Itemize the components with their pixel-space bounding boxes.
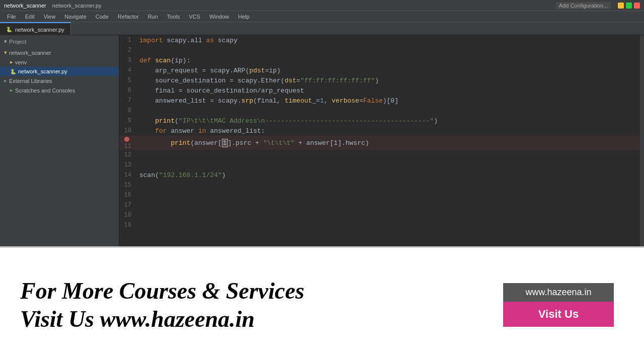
menu-view[interactable]: View [40, 13, 60, 21]
sidebar-item-py-file[interactable]: 🐍 network_scanner.py [0, 67, 119, 76]
line-number: 2 [119, 45, 137, 55]
line-content [137, 45, 644, 55]
ad-visit-button[interactable]: Visit Us [503, 302, 614, 327]
menu-file[interactable]: File [3, 13, 20, 21]
minimize-button[interactable] [618, 3, 624, 9]
line-content: print("IP\t\t\tMAC Address\n------------… [137, 116, 644, 126]
table-row: 8 [119, 106, 644, 116]
line-number: 10 [119, 126, 137, 136]
line-content [137, 210, 644, 220]
line-number: 14 [119, 170, 137, 180]
table-row: 5 source_destination = scapy.Ether(dst="… [119, 75, 644, 85]
line-content [137, 200, 644, 210]
line-content [137, 150, 644, 160]
ad-url-bar: www.hazeena.in [503, 283, 614, 302]
ad-button-container: www.hazeena.in Visit Us [503, 283, 614, 327]
sidebar-project-header[interactable]: ▾ Project [0, 35, 119, 48]
line-content: source_destination = scapy.Ether(dst="ff… [137, 75, 644, 85]
table-row: 16 [119, 190, 644, 200]
table-row: 18 [119, 210, 644, 220]
scrollbar[interactable] [640, 35, 644, 246]
menu-help[interactable]: Help [234, 13, 254, 21]
line-content [137, 220, 644, 230]
table-row: 15 [119, 180, 644, 190]
table-row: 9 print("IP\t\t\tMAC Address\n----------… [119, 116, 644, 126]
maximize-button[interactable] [626, 3, 632, 9]
file-tab-label: network_scanner.py [15, 27, 64, 33]
line-number: 13 [119, 160, 137, 170]
line-content: arp_request = scapy.ARP(pdst=ip) [137, 65, 644, 75]
line-number: 7 [119, 96, 137, 106]
menu-refactor[interactable]: Refactor [114, 13, 143, 21]
close-button[interactable] [634, 3, 640, 9]
menu-navigate[interactable]: Navigate [60, 13, 90, 21]
line-content [137, 106, 644, 116]
code-editor[interactable]: 1 import scapy.all as scapy 2 3 def scan… [119, 35, 644, 246]
main-layout: ▾ Project ▾ network_scanner ▸ venv 🐍 net… [0, 35, 644, 246]
table-row: 11 print(answer[1].psrc + "\t\t\t" + ans… [119, 136, 644, 150]
file-title-tab: network_scanner.py [52, 3, 102, 9]
table-row: 4 arp_request = scapy.ARP(pdst=ip) [119, 65, 644, 75]
breakpoint-marker [124, 137, 129, 142]
line-content [137, 160, 644, 170]
line-number: 3 [119, 55, 137, 65]
line-number: 6 [119, 85, 137, 96]
line-number: 8 [119, 106, 137, 116]
ad-banner: For More Courses & Services Visit Us www… [0, 246, 644, 362]
sidebar-item-label: network_scanner [9, 50, 51, 56]
python-file-icon: 🐍 [6, 27, 12, 32]
chevron-down-icon: ▾ [4, 38, 7, 45]
line-content: final = source_destination/arp_request [137, 85, 644, 96]
file-tab-active[interactable]: 🐍 network_scanner.py [0, 22, 71, 35]
table-row: 12 [119, 150, 644, 160]
line-content: scan("192.168.1.1/24") [137, 170, 644, 180]
line-content: for answer in answered_list: [137, 126, 644, 136]
ad-text: For More Courses & Services Visit Us www… [20, 277, 304, 332]
line-content: def scan(ip): [137, 55, 644, 65]
table-row: 2 [119, 45, 644, 55]
line-number: 17 [119, 200, 137, 210]
ad-line2: Visit Us www.hazeena.in [20, 305, 304, 333]
sidebar-item-venv[interactable]: ▸ venv [0, 57, 119, 67]
line-content [137, 180, 644, 190]
line-number: 19 [119, 220, 137, 230]
file-tab-bar: 🐍 network_scanner.py [0, 22, 644, 35]
sidebar-item-label: network_scanner.py [18, 68, 67, 74]
sidebar-item-network-scanner[interactable]: ▾ network_scanner [0, 48, 119, 57]
app-title: network_scanner [4, 3, 46, 9]
code-table: 1 import scapy.all as scapy 2 3 def scan… [119, 35, 644, 230]
line-number: 15 [119, 180, 137, 190]
line-number: 5 [119, 75, 137, 85]
sidebar-item-external-libraries[interactable]: ▸ External Libraries [0, 76, 119, 85]
menu-run[interactable]: Run [144, 13, 162, 21]
menu-tools[interactable]: Tools [163, 13, 184, 21]
sidebar-item-scratches[interactable]: ▸ Scratches and Consoles [0, 85, 119, 95]
line-content [137, 190, 644, 200]
sidebar-item-label: venv [15, 59, 27, 65]
menu-bar: File Edit View Navigate Code Refactor Ru… [0, 11, 644, 22]
library-icon: ▸ [4, 77, 7, 84]
table-row: 13 [119, 160, 644, 170]
ad-line1: For More Courses & Services [20, 277, 304, 305]
sidebar-item-label: Scratches and Consoles [15, 87, 75, 94]
menu-vcs[interactable]: VCS [185, 13, 205, 21]
sidebar-item-label: External Libraries [9, 78, 52, 84]
window-controls [618, 3, 640, 9]
line-content: print(answer[1].psrc + "\t\t\t" + answer… [137, 136, 644, 150]
table-row: 14 scan("192.168.1.1/24") [119, 170, 644, 180]
line-number: 9 [119, 116, 137, 126]
top-bar-right: Add Configuration... [556, 2, 640, 9]
table-row: 19 [119, 220, 644, 230]
line-content: import scapy.all as scapy [137, 35, 644, 45]
folder-icon: ▾ [4, 49, 7, 56]
line-number: 16 [119, 190, 137, 200]
menu-code[interactable]: Code [92, 13, 113, 21]
menu-window[interactable]: Window [205, 13, 233, 21]
folder-icon: ▸ [10, 59, 13, 65]
table-row: 6 final = source_destination/arp_request [119, 85, 644, 96]
menu-edit[interactable]: Edit [21, 13, 39, 21]
add-config-button[interactable]: Add Configuration... [556, 2, 611, 9]
table-row: 7 answered_list = scapy.srp(final, timeo… [119, 96, 644, 106]
line-number: 4 [119, 65, 137, 75]
line-number: 12 [119, 150, 137, 160]
